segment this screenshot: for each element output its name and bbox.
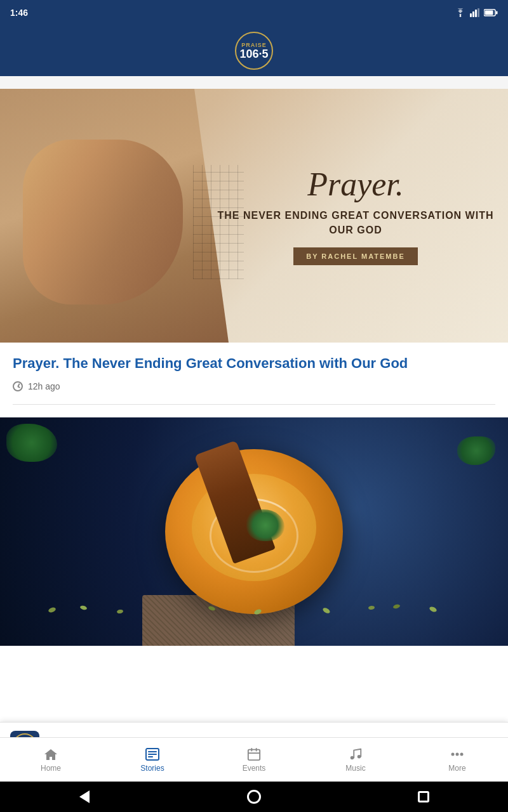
article-info-prayer: Prayer. The Never Ending Great Conversat… <box>0 343 508 404</box>
prayer-text-area: Prayer. THE NEVER ENDING GREAT CONVERSAT… <box>216 166 495 265</box>
main-content: Prayer. THE NEVER ENDING GREAT CONVERSAT… <box>0 89 508 735</box>
home-icon <box>43 747 59 761</box>
svg-point-0 <box>460 15 462 17</box>
android-recents-icon <box>418 791 429 802</box>
svg-point-19 <box>456 752 459 756</box>
stories-icon <box>144 747 161 761</box>
logo-freq-text: 106·5 <box>239 48 268 60</box>
signal-icon <box>470 8 480 17</box>
app-bar: PRAISE 106·5 <box>0 25 508 76</box>
nav-label-more: More <box>448 764 465 773</box>
back-icon <box>79 790 90 803</box>
article-card-soup[interactable] <box>0 417 508 646</box>
soup-seeds <box>25 605 483 630</box>
music-icon <box>347 747 364 761</box>
svg-rect-6 <box>496 11 498 15</box>
app-logo: PRAISE 106·5 <box>235 32 273 70</box>
nav-item-home[interactable]: Home <box>0 738 102 782</box>
prayer-subtitle: THE NEVER ENDING GREAT CONVERSATION WITH… <box>216 209 495 237</box>
wifi-icon <box>455 8 466 17</box>
svg-rect-11 <box>148 756 153 757</box>
prayer-script-title: Prayer. <box>216 166 495 202</box>
article-divider <box>13 404 495 405</box>
android-home-button[interactable] <box>244 787 264 807</box>
svg-rect-7 <box>485 11 493 15</box>
svg-rect-12 <box>248 749 260 760</box>
clock-icon-prayer <box>13 381 23 391</box>
nav-item-music[interactable]: Music <box>305 738 406 782</box>
battery-icon <box>484 9 498 16</box>
bottom-nav: Home Stories Events <box>0 737 508 782</box>
svg-point-20 <box>460 752 464 756</box>
svg-rect-3 <box>475 10 477 17</box>
android-home-icon <box>247 790 261 804</box>
article-time-ago-prayer: 12h ago <box>28 381 60 391</box>
events-icon <box>246 747 262 761</box>
article-image-soup <box>0 417 508 646</box>
nav-item-more[interactable]: More <box>406 738 508 782</box>
svg-rect-4 <box>478 8 479 17</box>
prayer-author-badge: BY RACHEL MATEMBE <box>293 247 418 265</box>
svg-point-18 <box>451 752 455 756</box>
status-time: 1:46 <box>10 8 28 18</box>
svg-point-17 <box>358 754 361 758</box>
nav-item-events[interactable]: Events <box>203 738 305 782</box>
article-image-prayer: Prayer. THE NEVER ENDING GREAT CONVERSAT… <box>0 89 508 343</box>
svg-rect-10 <box>148 754 157 755</box>
article-title-prayer[interactable]: Prayer. The Never Ending Great Conversat… <box>13 354 495 374</box>
svg-rect-1 <box>470 13 472 17</box>
nav-label-stories: Stories <box>140 764 164 773</box>
android-recents-button[interactable] <box>413 787 434 807</box>
status-bar: 1:46 <box>0 0 508 25</box>
soup-parsley <box>246 509 284 541</box>
article-card-prayer[interactable]: Prayer. THE NEVER ENDING GREAT CONVERSAT… <box>0 89 508 404</box>
nav-label-home: Home <box>41 764 61 773</box>
nav-item-stories[interactable]: Stories <box>102 738 203 782</box>
article-meta-prayer: 12h ago <box>13 381 495 391</box>
nav-label-music: Music <box>345 764 365 773</box>
svg-point-16 <box>351 756 354 759</box>
svg-rect-2 <box>472 11 474 17</box>
more-icon <box>449 747 465 761</box>
android-back-button[interactable] <box>74 787 95 807</box>
android-nav-bar <box>0 782 508 812</box>
svg-rect-9 <box>148 751 157 752</box>
nav-label-events: Events <box>243 764 266 773</box>
